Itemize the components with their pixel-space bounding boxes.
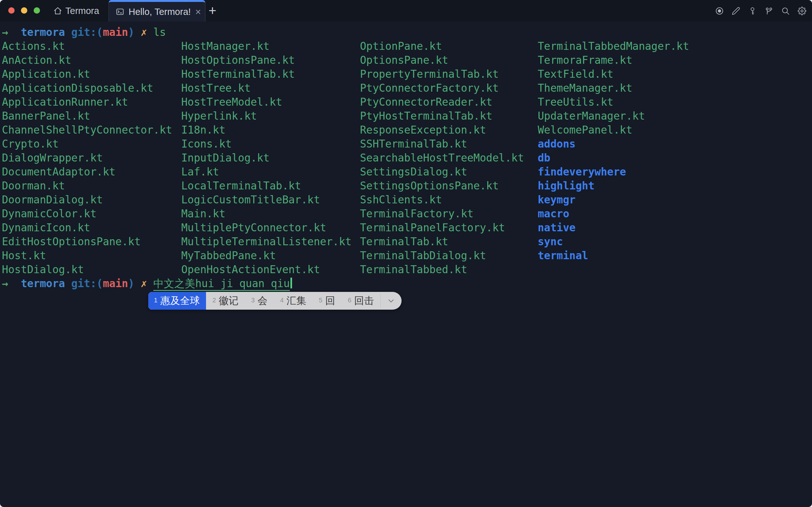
file-item: SettingsOptionsPane.kt (360, 179, 524, 193)
ime-candidate-6[interactable]: 6回击 (341, 292, 380, 309)
file-listing: Actions.ktAnAction.ktApplication.ktAppli… (0, 39, 812, 277)
file-item: HostManager.kt (181, 39, 351, 53)
settings-icon[interactable] (798, 7, 806, 15)
termora-window: Termora Hello, Termora! × + (0, 0, 812, 507)
dir-item: db (538, 151, 689, 165)
ime-candidate-4[interactable]: 4汇集 (274, 292, 312, 309)
file-item: TerminalFactory.kt (360, 207, 524, 221)
ime-candidate-1[interactable]: 1惠及全球 (148, 292, 206, 309)
file-item: MyTabbedPane.kt (181, 249, 351, 263)
file-item: PtyConnectorReader.kt (360, 95, 524, 109)
tab-close-icon[interactable]: × (195, 7, 201, 17)
file-item: ApplicationDisposable.kt (2, 81, 172, 95)
file-item: HostTreeModel.kt (181, 95, 351, 109)
prompt-dir: termora (21, 277, 65, 290)
search-icon[interactable] (781, 7, 790, 15)
file-item: LogicCustomTitleBar.kt (181, 193, 351, 207)
traffic-minimize-button[interactable] (21, 7, 27, 14)
file-item: SSHTerminalTab.kt (360, 137, 524, 151)
file-item: TerminalTabbedManager.kt (538, 39, 689, 53)
file-item: TerminalTabbed.kt (360, 263, 524, 277)
home-icon[interactable] (53, 6, 62, 15)
ime-composition-text: 中文之美hui ji quan qiu (153, 277, 290, 291)
file-item: PropertyTerminalTab.kt (360, 67, 524, 81)
file-item: TerminalPanelFactory.kt (360, 221, 524, 235)
file-item: ChannelShellPtyConnector.kt (2, 123, 172, 137)
listing-column: TerminalTabbedManager.ktTermoraFrame.ktT… (538, 39, 689, 263)
prompt-arrow: → (2, 26, 8, 38)
edit-icon[interactable] (732, 7, 740, 15)
file-item: Icons.kt (181, 137, 351, 151)
tab-title: Hello, Termora! (128, 7, 191, 17)
candidate-text: 会 (258, 294, 267, 308)
dir-item: addons (538, 137, 689, 151)
new-tab-button[interactable]: + (209, 0, 216, 21)
terminal-area[interactable]: → termora git:(main) ✗ ls Actions.ktAnAc… (0, 21, 812, 507)
git-branch: main (103, 277, 128, 290)
file-item: HostTerminalTab.kt (181, 67, 351, 81)
file-item: I18n.kt (181, 123, 351, 137)
traffic-maximize-button[interactable] (34, 7, 40, 14)
file-item: EditHostOptionsPane.kt (2, 235, 172, 249)
record-icon[interactable] (715, 7, 724, 15)
file-item: HostDialog.kt (2, 263, 172, 277)
traffic-close-button[interactable] (8, 7, 15, 14)
file-item: DocumentAdaptor.kt (2, 165, 172, 179)
file-item: OptionPane.kt (360, 39, 524, 53)
app-title: Termora (65, 0, 99, 21)
git-dirty-mark: ✗ (141, 26, 147, 38)
prompt-line-2: → termora git:(main) ✗ 中文之美hui ji quan q… (2, 277, 292, 291)
file-item: OpenHostActionEvent.kt (181, 263, 351, 277)
ime-candidate-list: 1惠及全球2徽记3会4汇集5回6回击 (148, 292, 380, 309)
file-item: LocalTerminalTab.kt (181, 179, 351, 193)
branch-icon[interactable] (765, 7, 773, 15)
file-item: PtyConnectorFactory.kt (360, 81, 524, 95)
git-dirty-mark: ✗ (141, 277, 147, 290)
ime-candidate-5[interactable]: 5回 (313, 292, 341, 309)
ime-candidate-3[interactable]: 3会 (245, 292, 274, 309)
command-text: ls (153, 26, 166, 38)
tab-hello-termora[interactable]: Hello, Termora! × (109, 0, 205, 21)
candidate-text: 徽记 (219, 294, 238, 308)
key-icon[interactable] (748, 7, 757, 15)
file-item: TermoraFrame.kt (538, 53, 689, 67)
listing-column: HostManager.ktHostOptionsPane.ktHostTerm… (181, 39, 351, 277)
file-item: TextField.kt (538, 67, 689, 81)
file-item: Actions.kt (2, 39, 172, 53)
file-item: MultipleTerminalListener.kt (181, 235, 351, 249)
listing-column: OptionPane.ktOptionsPane.ktPropertyTermi… (360, 39, 524, 277)
listing-column: Actions.ktAnAction.ktApplication.ktAppli… (2, 39, 172, 277)
file-item: BannerPanel.kt (2, 109, 172, 123)
dir-item: terminal (538, 249, 689, 263)
candidate-text: 汇集 (287, 294, 306, 308)
candidate-index: 2 (212, 293, 216, 307)
dir-item: keymgr (538, 193, 689, 207)
candidate-index: 3 (251, 293, 255, 307)
file-item: Doorman.kt (2, 179, 172, 193)
prompt-line-1: → termora git:(main) ✗ ls (2, 25, 166, 39)
candidate-index: 4 (280, 293, 283, 307)
candidate-text: 回 (325, 294, 335, 308)
file-item: SearchableHostTreeModel.kt (360, 151, 524, 165)
candidate-index: 6 (348, 293, 351, 307)
dir-item: native (538, 221, 689, 235)
file-item: InputDialog.kt (181, 151, 351, 165)
prompt-dir: termora (21, 26, 65, 38)
title-bar: Termora Hello, Termora! × + (0, 0, 812, 21)
file-item: HostOptionsPane.kt (181, 53, 351, 67)
chevron-down-icon (387, 297, 395, 304)
file-item: ThemeManager.kt (538, 81, 689, 95)
ime-more-button[interactable] (381, 292, 401, 309)
dir-item: highlight (538, 179, 689, 193)
file-item: Crypto.kt (2, 137, 172, 151)
prompt-arrow: → (2, 277, 8, 290)
terminal-icon (116, 8, 124, 16)
ime-candidate-2[interactable]: 2徽记 (206, 292, 245, 309)
file-item: UpdaterManager.kt (538, 109, 689, 123)
file-item: OptionsPane.kt (360, 53, 524, 67)
terminal-cursor (290, 278, 292, 288)
file-item: PtyHostTerminalTab.kt (360, 109, 524, 123)
file-item: ResponseException.kt (360, 123, 524, 137)
titlebar-actions (715, 0, 806, 21)
file-item: DynamicIcon.kt (2, 221, 172, 235)
